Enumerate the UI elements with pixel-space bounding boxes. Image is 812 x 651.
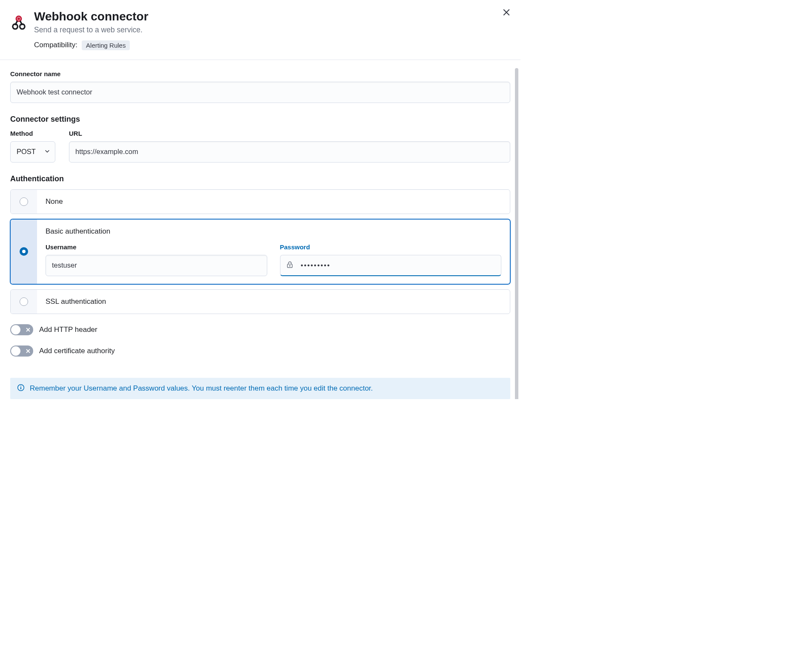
add-http-header-toggle[interactable] xyxy=(10,324,33,335)
auth-option-ssl[interactable]: SSL authentication xyxy=(10,289,510,314)
close-icon xyxy=(503,9,510,16)
add-cert-authority-label: Add certificate authority xyxy=(39,347,115,355)
modal-subtitle: Send a request to a web service. xyxy=(34,26,510,34)
callout-text: Remember your Username and Password valu… xyxy=(30,384,373,393)
auth-basic-label: Basic authentication xyxy=(46,227,501,236)
url-label: URL xyxy=(69,130,510,137)
authentication-heading: Authentication xyxy=(10,174,510,183)
toggle-knob xyxy=(11,346,20,356)
auth-none-label: None xyxy=(46,197,501,206)
connector-name-label: Connector name xyxy=(10,70,510,77)
password-label: Password xyxy=(280,243,502,251)
username-label: Username xyxy=(46,243,267,251)
add-cert-authority-toggle[interactable] xyxy=(10,345,33,357)
add-http-header-label: Add HTTP header xyxy=(39,326,97,334)
connector-name-input[interactable] xyxy=(10,82,510,103)
compatibility-badge: Alerting Rules xyxy=(82,40,130,50)
credentials-reminder-callout: Remember your Username and Password valu… xyxy=(10,378,510,399)
radio-ssl[interactable] xyxy=(20,297,28,306)
scrollbar[interactable] xyxy=(515,68,518,399)
method-value: POST xyxy=(17,148,36,156)
auth-option-basic[interactable]: Basic authentication Username Password xyxy=(10,219,510,284)
username-input[interactable] xyxy=(46,255,267,276)
method-label: Method xyxy=(10,130,55,137)
compatibility-label: Compatibility: xyxy=(34,41,77,49)
modal-title: Webhook connector xyxy=(34,9,510,24)
modal-header: Webhook connector Send a request to a we… xyxy=(0,0,520,60)
x-icon xyxy=(26,347,30,355)
webhook-icon xyxy=(10,14,27,33)
connector-settings-heading: Connector settings xyxy=(10,115,510,124)
toggle-knob xyxy=(11,325,20,334)
url-input[interactable] xyxy=(69,141,510,163)
radio-none[interactable] xyxy=(20,197,28,206)
radio-basic[interactable] xyxy=(20,247,28,256)
svg-point-5 xyxy=(17,17,20,20)
auth-ssl-label: SSL authentication xyxy=(46,297,501,306)
webhook-connector-modal: Webhook connector Send a request to a we… xyxy=(0,0,520,399)
close-button[interactable] xyxy=(500,6,513,20)
info-icon xyxy=(17,384,25,393)
method-select[interactable]: POST xyxy=(10,141,55,163)
password-input[interactable] xyxy=(280,255,502,276)
auth-option-none[interactable]: None xyxy=(10,189,510,214)
auth-radio-group: None Basic authentication Username Passw… xyxy=(10,189,510,314)
svg-point-14 xyxy=(20,385,21,386)
x-icon xyxy=(26,326,30,334)
